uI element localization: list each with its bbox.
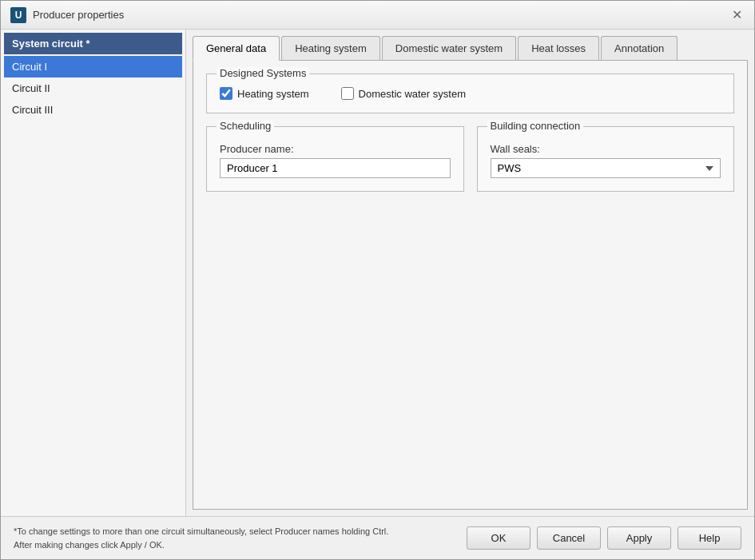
producer-name-input[interactable]: [220, 158, 451, 178]
dialog-title: Producer properties: [33, 9, 124, 21]
tab-heating-system[interactable]: Heating system: [281, 36, 380, 60]
dialog: U Producer properties ✕ System circuit *…: [0, 0, 755, 560]
heating-system-label: Heating system: [237, 88, 309, 100]
sidebar-header: System circuit *: [4, 33, 182, 54]
domestic-water-checkbox-row: Domestic water system: [341, 87, 466, 100]
ok-button[interactable]: OK: [467, 526, 530, 550]
help-button[interactable]: Help: [678, 526, 741, 550]
tab-general-data[interactable]: General data: [193, 36, 280, 61]
main-content: System circuit * Circuit I Circuit II Ci…: [1, 30, 754, 516]
tab-heat-losses[interactable]: Heat losses: [518, 36, 599, 60]
designed-systems-row: Heating system Domestic water system: [220, 84, 721, 100]
domestic-water-checkbox[interactable]: [341, 87, 354, 100]
heating-system-checkbox[interactable]: [220, 87, 232, 100]
app-logo: U: [10, 7, 26, 23]
sidebar-item-circuit2[interactable]: Circuit II: [4, 77, 182, 99]
designed-systems-title: Designed Systems: [217, 67, 309, 79]
heating-system-checkbox-row: Heating system: [220, 87, 309, 100]
domestic-water-label: Domestic water system: [359, 88, 466, 100]
wall-seals-select[interactable]: PWS Standard None: [491, 158, 721, 178]
tab-content-general-data: Designed Systems Heating system Domestic…: [193, 61, 748, 510]
building-connection-groupbox: Building connection Wall seals: PWS Stan…: [477, 126, 735, 192]
wall-seals-label: Wall seals:: [491, 143, 721, 155]
sidebar: System circuit * Circuit I Circuit II Ci…: [1, 30, 186, 516]
apply-button[interactable]: Apply: [607, 526, 671, 550]
sidebar-item-circuit1[interactable]: Circuit I: [4, 56, 182, 77]
footer-note: *To change settings to more than one cir…: [14, 525, 388, 551]
footer: *To change settings to more than one cir…: [1, 516, 754, 559]
sidebar-item-circuit3[interactable]: Circuit III: [4, 99, 182, 121]
producer-name-label: Producer name:: [220, 143, 451, 155]
two-col-groups: Scheduling Producer name: Building conne…: [206, 126, 734, 205]
tab-domestic-water[interactable]: Domestic water system: [382, 36, 516, 60]
cancel-button[interactable]: Cancel: [537, 526, 601, 550]
close-button[interactable]: ✕: [729, 7, 745, 23]
content-area: General data Heating system Domestic wat…: [186, 30, 754, 516]
tab-annotation[interactable]: Annotation: [601, 36, 678, 60]
title-bar: U Producer properties ✕: [1, 1, 754, 30]
scheduling-groupbox: Scheduling Producer name:: [206, 126, 464, 192]
footer-buttons: OK Cancel Apply Help: [467, 526, 741, 550]
tabs-bar: General data Heating system Domestic wat…: [193, 36, 748, 61]
building-connection-title: Building connection: [487, 120, 584, 132]
scheduling-title: Scheduling: [217, 120, 274, 132]
designed-systems-groupbox: Designed Systems Heating system Domestic…: [206, 73, 734, 113]
